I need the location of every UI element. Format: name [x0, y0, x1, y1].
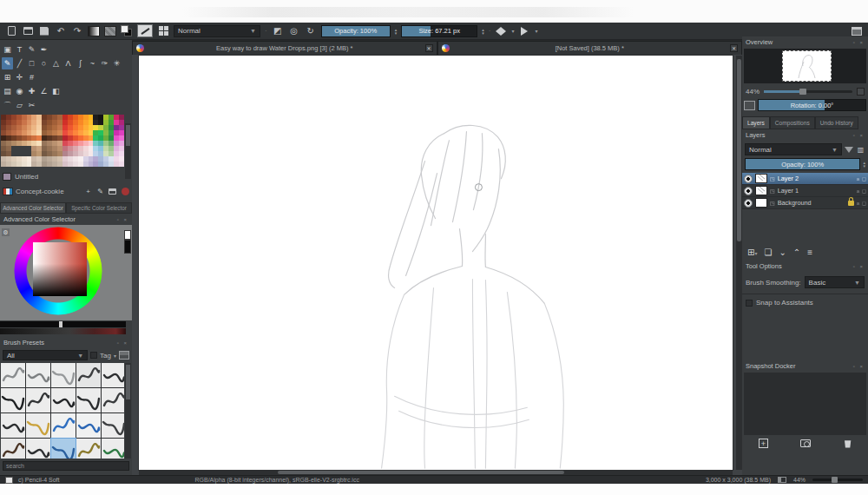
polyline-tool[interactable]: Λ [62, 57, 74, 69]
palette-swatch[interactable] [119, 162, 124, 167]
reference-images-tool[interactable]: ▱ [14, 99, 25, 111]
polygon-tool[interactable]: △ [50, 57, 62, 69]
move-tool[interactable]: ✛ [14, 71, 25, 83]
brush-grid-scrollbar[interactable] [125, 363, 131, 459]
tab-undo-history[interactable]: Undo History [815, 116, 858, 129]
overview-thumbnail[interactable] [782, 50, 832, 82]
opacity-slider[interactable]: Opacity: 100% [321, 25, 391, 37]
close-icon[interactable]: ✕ [730, 44, 738, 52]
reload-preset-button[interactable]: ◎ [288, 25, 300, 37]
brush-preset[interactable] [26, 388, 50, 412]
brush-preset[interactable] [51, 363, 76, 387]
rotation-slider[interactable]: Rotation: 0.00° [758, 99, 866, 111]
layer-blending-dropdown[interactable]: Normal▼ [745, 143, 842, 155]
gradient-chooser[interactable] [88, 25, 100, 37]
create-snapshot-button[interactable]: + [759, 439, 768, 448]
history-swatch-black[interactable] [124, 240, 131, 254]
layer-view-options-button[interactable]: ▥ [856, 145, 865, 155]
overview-thumbnail-area[interactable] [744, 49, 866, 83]
zoom-to-fit-button[interactable] [857, 88, 865, 96]
layer-row-layer-1[interactable]: ◳Layer 1a◻ [742, 185, 868, 197]
freehand-path-tool[interactable]: ~ [87, 57, 98, 69]
ellipse-tool[interactable]: ○ [38, 57, 49, 69]
add-layer-button[interactable]: ⊞▾ [747, 248, 757, 257]
view-mode-icon[interactable] [119, 351, 129, 360]
saturation-value-square[interactable] [33, 242, 87, 296]
opacity-stepper[interactable]: ▴▾ [395, 28, 398, 35]
brush-preset-selected[interactable] [51, 439, 76, 459]
fill-tool[interactable]: ◧ [50, 85, 62, 97]
blending-mode-dropdown[interactable]: Normal▼ [174, 25, 260, 37]
brush-preset[interactable] [1, 388, 25, 412]
brush-preset[interactable] [102, 413, 124, 438]
remove-snapshot-button[interactable] [844, 439, 852, 448]
brush-preset[interactable] [1, 363, 25, 387]
layer-visibility-eye-icon[interactable] [744, 199, 753, 208]
reset-brush-button[interactable]: ↻ [305, 25, 317, 37]
snap-to-assistants-checkbox[interactable] [746, 300, 753, 307]
layer-opacity-slider[interactable]: Opacity: 100% [745, 158, 860, 170]
layer-visibility-eye-icon[interactable] [744, 175, 753, 183]
dynamic-brush-tool[interactable]: ✑ [99, 57, 110, 69]
transform-tool[interactable]: ⊞ [2, 71, 13, 83]
switch-to-snapshot-button[interactable] [800, 439, 811, 447]
value-strip[interactable] [0, 321, 126, 327]
tag-caret[interactable]: ▾ [114, 353, 116, 359]
canvas[interactable] [139, 56, 733, 470]
open-document-button[interactable] [22, 25, 34, 37]
brush-preset[interactable] [26, 413, 50, 438]
tab-layers[interactable]: Layers [742, 116, 770, 129]
common-colors-strip[interactable] [0, 328, 126, 334]
move-layer-down-button[interactable]: ⌄ [779, 248, 786, 257]
canvas-vertical-scrollbar[interactable] [736, 56, 742, 470]
remove-color-button[interactable] [122, 188, 129, 195]
docker-float-close-icons[interactable]: ▫ × [853, 364, 865, 369]
brush-preset[interactable] [102, 388, 124, 412]
multibrush-tool[interactable]: ✳ [111, 57, 122, 69]
brush-smoothing-dropdown[interactable]: Basic▼ [805, 276, 865, 288]
brush-preset[interactable] [1, 439, 25, 459]
hscroll-thumb[interactable] [278, 471, 564, 474]
pattern-chooser[interactable] [104, 25, 116, 37]
smart-patch-tool[interactable]: ✚ [26, 85, 37, 97]
brush-preset[interactable] [1, 413, 25, 438]
measure-tool[interactable]: ∠ [38, 85, 49, 97]
color-sampler-tool[interactable]: ◉ [14, 85, 25, 97]
foreground-background-color[interactable] [121, 25, 133, 37]
inherit-alpha-icon[interactable]: ◻ [862, 188, 866, 194]
layer-row-background[interactable]: ◳Backgrounda◻ [742, 197, 868, 209]
document-tab-1[interactable]: Easy way to draw Water Drops.png [3] (2 … [132, 41, 437, 55]
preset-filter-dropdown[interactable]: All▼ [3, 350, 88, 360]
wraparound-dropdown-caret[interactable]: ▾ [535, 28, 537, 34]
snapshot-list[interactable] [744, 373, 866, 435]
layer-row-layer-2[interactable]: ◳Layer 2a◻ [742, 173, 868, 185]
vscroll-thumb[interactable] [737, 59, 741, 241]
brush-size-slider[interactable]: Size: 67.21 px [401, 25, 477, 37]
load-palette-button[interactable] [108, 187, 117, 196]
brush-preset[interactable] [26, 363, 50, 387]
zoom-slider-thumb[interactable] [799, 89, 806, 95]
palette-scrollbar[interactable] [125, 123, 131, 179]
rotate-canvas-icon[interactable] [744, 101, 755, 110]
alpha-lock-icon[interactable]: a [857, 188, 859, 194]
brush-preset[interactable] [76, 388, 101, 412]
calligraphy-tool[interactable]: ✒ [38, 43, 49, 56]
edit-shapes-tool[interactable]: ✎ [26, 43, 37, 56]
tab-specific-color-selector[interactable]: Specific Color Selector [66, 202, 132, 214]
docker-float-close-icons[interactable]: ▫ × [853, 133, 865, 138]
brush-preset[interactable] [76, 413, 101, 438]
layer-properties-button[interactable]: ≡ [807, 248, 812, 257]
alpha-lock-icon[interactable]: a [857, 201, 859, 206]
brush-search-input[interactable]: search [3, 461, 129, 471]
rectangle-tool[interactable]: □ [26, 57, 37, 69]
brush-preset[interactable] [26, 439, 50, 459]
palette-scrollbar-thumb[interactable] [126, 125, 130, 146]
zoom-slider[interactable] [812, 478, 863, 481]
zoom-tool[interactable]: ✂ [26, 99, 37, 111]
mirror-tool-button[interactable] [495, 25, 507, 37]
line-tool[interactable]: ╱ [14, 57, 25, 69]
overview-zoom-slider[interactable] [764, 90, 852, 93]
brush-editor-button[interactable] [137, 24, 153, 37]
brush-preset[interactable] [102, 363, 124, 387]
redo-button[interactable]: ↷ [71, 25, 83, 37]
